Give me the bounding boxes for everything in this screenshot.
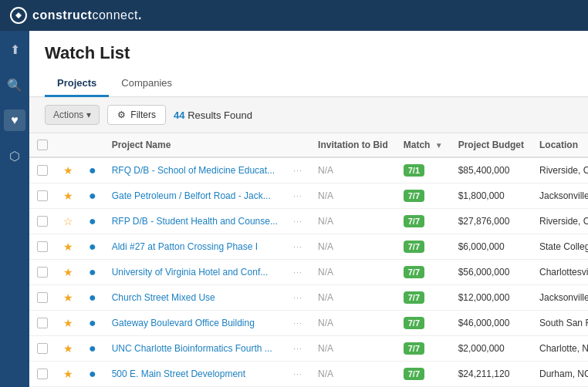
invitation-value: N/A (318, 292, 333, 303)
row-dot-cell: ● (81, 285, 104, 311)
location-value: Riverside, CA (539, 165, 588, 176)
table-row: ☆ ● RFP D/B - Student Health and Counse.… (29, 209, 588, 234)
row-checkbox-cell (29, 336, 56, 362)
project-name-link[interactable]: Church Street Mixed Use (112, 292, 215, 303)
row-checkbox[interactable] (37, 216, 48, 227)
project-name-link[interactable]: 500 E. Main Street Development (112, 368, 245, 379)
search-icon[interactable]: 🔍 (4, 74, 25, 96)
more-options-icon[interactable]: ··· (293, 293, 302, 302)
tab-projects[interactable]: Projects (45, 71, 109, 97)
filters-button[interactable]: ⚙ Filters (107, 105, 166, 125)
project-name-link[interactable]: RFQ D/B - School of Medicine Educat... (112, 165, 275, 176)
page-title: Watch List (45, 43, 573, 63)
budget-value: $6,000,000 (458, 241, 505, 252)
more-options-icon[interactable]: ··· (293, 217, 302, 226)
project-name-link[interactable]: Gate Petroleum / Belfort Road - Jack... (112, 190, 271, 201)
upload-icon[interactable]: ⬆ (4, 39, 25, 60)
row-star-cell: ★ (56, 183, 81, 209)
select-all-checkbox[interactable] (37, 140, 48, 150)
location-value: State College, PA (539, 241, 588, 252)
row-more-cell: ··· (286, 183, 310, 209)
row-checkbox[interactable] (37, 343, 48, 354)
row-dot-cell: ● (81, 260, 104, 285)
row-checkbox-cell (29, 260, 56, 285)
row-star-cell: ★ (56, 311, 81, 336)
row-checkbox[interactable] (37, 267, 48, 278)
row-more-cell: ··· (286, 260, 310, 285)
project-name-link[interactable]: RFP D/B - Student Health and Counse... (112, 216, 278, 227)
row-checkbox[interactable] (37, 241, 48, 252)
row-star-cell: ★ (56, 157, 81, 183)
dot-icon: ● (89, 240, 96, 253)
row-project-name-cell: University of Virginia Hotel and Conf... (104, 260, 286, 285)
more-options-icon[interactable]: ··· (293, 369, 302, 379)
header-match[interactable]: Match ▼ (396, 133, 451, 157)
shield-icon[interactable]: ⬡ (4, 145, 25, 167)
match-badge: 7/7 (404, 342, 424, 355)
row-checkbox-cell (29, 183, 56, 209)
star-icon[interactable]: ☆ (63, 215, 73, 227)
budget-value: $1,800,000 (458, 190, 505, 201)
row-match-cell: 7/7 (396, 362, 451, 387)
row-more-cell: ··· (286, 336, 310, 362)
budget-value: $27,876,000 (458, 216, 510, 227)
row-invitation-cell: N/A (310, 311, 396, 336)
star-icon[interactable]: ★ (63, 266, 73, 278)
project-name-link[interactable]: UNC Charlotte Bioinformatics Fourth ... (112, 343, 272, 354)
header-invitation: Invitation to Bid (310, 133, 396, 157)
budget-value: $85,400,000 (458, 165, 510, 176)
row-star-cell: ☆ (56, 209, 81, 234)
star-icon[interactable]: ★ (63, 368, 73, 380)
more-options-icon[interactable]: ··· (293, 166, 302, 175)
header-dot-col (81, 133, 104, 157)
row-checkbox[interactable] (37, 292, 48, 303)
more-options-icon[interactable]: ··· (293, 268, 302, 277)
table-row: ★ ● Gate Petroleum / Belfort Road - Jack… (29, 183, 588, 209)
row-budget-cell: $1,800,000 (451, 183, 532, 209)
row-project-name-cell: Gateway Boulevard Office Building (104, 311, 286, 336)
row-checkbox[interactable] (37, 318, 48, 328)
star-icon[interactable]: ★ (63, 291, 73, 304)
row-location-cell: Durham, NC (532, 362, 588, 387)
row-match-cell: 7/7 (396, 285, 451, 311)
row-project-name-cell: RFQ D/B - School of Medicine Educat... (104, 157, 286, 183)
project-name-link[interactable]: Aldi #27 at Patton Crossing Phase I (112, 241, 258, 252)
more-options-icon[interactable]: ··· (293, 191, 302, 200)
invitation-value: N/A (318, 318, 333, 328)
row-match-cell: 7/7 (396, 260, 451, 285)
table-row: ★ ● 500 E. Main Street Development ··· N… (29, 362, 588, 387)
project-name-link[interactable]: Gateway Boulevard Office Building (112, 318, 255, 328)
row-checkbox[interactable] (37, 165, 48, 176)
table-row: ★ ● Church Street Mixed Use ··· N/A 7/7 … (29, 285, 588, 311)
star-icon[interactable]: ★ (63, 317, 73, 329)
invitation-value: N/A (318, 241, 333, 252)
row-match-cell: 7/7 (396, 336, 451, 362)
match-badge: 7/1 (404, 164, 424, 177)
row-star-cell: ★ (56, 285, 81, 311)
more-options-icon[interactable]: ··· (293, 242, 302, 251)
actions-button[interactable]: Actions ▾ (45, 105, 100, 125)
tab-companies[interactable]: Companies (109, 71, 184, 97)
row-budget-cell: $6,000,000 (451, 234, 532, 260)
table-row: ★ ● Gateway Boulevard Office Building ··… (29, 311, 588, 336)
star-icon[interactable]: ★ (63, 164, 73, 177)
dot-icon: ● (89, 291, 96, 304)
row-budget-cell: $27,876,000 (451, 209, 532, 234)
project-name-link[interactable]: University of Virginia Hotel and Conf... (112, 267, 269, 278)
star-icon[interactable]: ★ (63, 342, 73, 355)
row-star-cell: ★ (56, 234, 81, 260)
more-options-icon[interactable]: ··· (293, 318, 302, 328)
more-options-icon[interactable]: ··· (293, 344, 302, 353)
row-more-cell: ··· (286, 234, 310, 260)
row-checkbox[interactable] (37, 368, 48, 379)
star-icon[interactable]: ★ (63, 190, 73, 202)
match-badge: 7/7 (404, 291, 424, 304)
row-checkbox[interactable] (37, 190, 48, 201)
star-icon[interactable]: ★ (63, 241, 73, 253)
row-project-name-cell: Aldi #27 at Patton Crossing Phase I (104, 234, 286, 260)
row-checkbox-cell (29, 234, 56, 260)
location-value: Charlottesville, VA (539, 267, 588, 278)
row-invitation-cell: N/A (310, 336, 396, 362)
heart-icon[interactable]: ♥ (4, 109, 25, 131)
dot-icon: ● (89, 163, 96, 177)
